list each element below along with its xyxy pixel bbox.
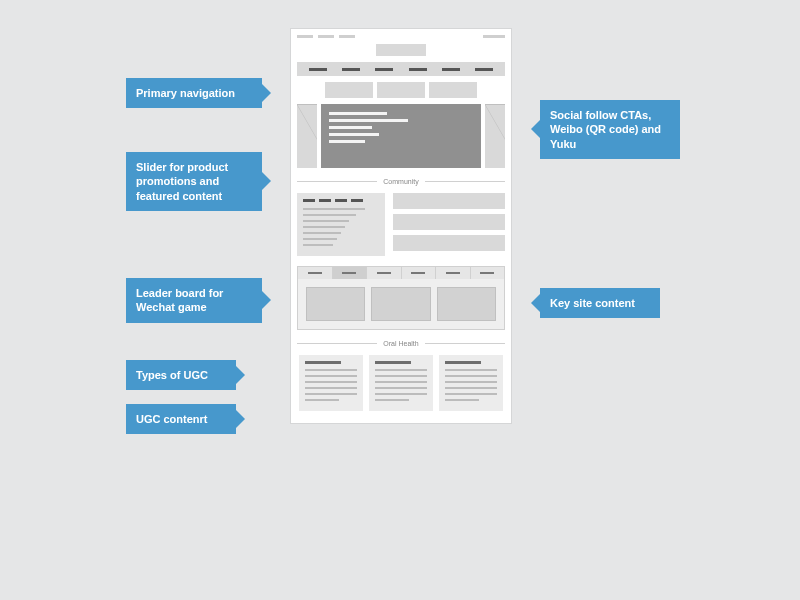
utility-nav [297, 35, 505, 38]
primary-nav[interactable] [297, 62, 505, 76]
slider-prev[interactable] [297, 104, 317, 168]
callout-ugc-content: UGC contenrt [126, 404, 236, 434]
callout-key-content: Key site content [540, 288, 660, 318]
content-column [439, 355, 503, 411]
callout-ugc-types: Types of UGC [126, 360, 236, 390]
section-divider-oral-health: Oral Health [297, 340, 505, 347]
content-block[interactable] [393, 193, 505, 209]
ugc-tab[interactable] [298, 267, 333, 279]
ugc-tab[interactable] [402, 267, 437, 279]
ugc-tab[interactable] [436, 267, 471, 279]
slider-next[interactable] [485, 104, 505, 168]
section-label: Oral Health [383, 340, 418, 347]
ugc-tab[interactable] [333, 267, 368, 279]
callout-social: Social follow CTAs, Weibo (QR code) and … [540, 100, 680, 159]
slider-slide [321, 104, 481, 168]
ugc-module [297, 266, 505, 330]
content-column [299, 355, 363, 411]
callout-slider: Slider for product promotions and featur… [126, 152, 262, 211]
oral-health-columns [297, 355, 505, 417]
content-block[interactable] [393, 214, 505, 230]
section-divider-community: Community [297, 178, 505, 185]
callout-leaderboard: Leader board for Wechat game [126, 278, 262, 323]
content-block[interactable] [393, 235, 505, 251]
ugc-card[interactable] [306, 287, 365, 321]
content-column [369, 355, 433, 411]
community-row [297, 193, 505, 256]
leaderboard-widget[interactable] [297, 193, 385, 256]
ugc-tabs[interactable] [298, 267, 504, 279]
hero-slider[interactable] [297, 104, 505, 168]
feature-tiles [325, 82, 477, 98]
ugc-tab[interactable] [367, 267, 402, 279]
section-label: Community [383, 178, 418, 185]
wireframe-page: Community [290, 28, 512, 424]
logo-placeholder [376, 44, 426, 56]
ugc-tab[interactable] [471, 267, 505, 279]
key-content-list [393, 193, 505, 256]
ugc-cards [298, 279, 504, 329]
callout-primary-nav: Primary navigation [126, 78, 262, 108]
ugc-card[interactable] [437, 287, 496, 321]
ugc-card[interactable] [371, 287, 430, 321]
